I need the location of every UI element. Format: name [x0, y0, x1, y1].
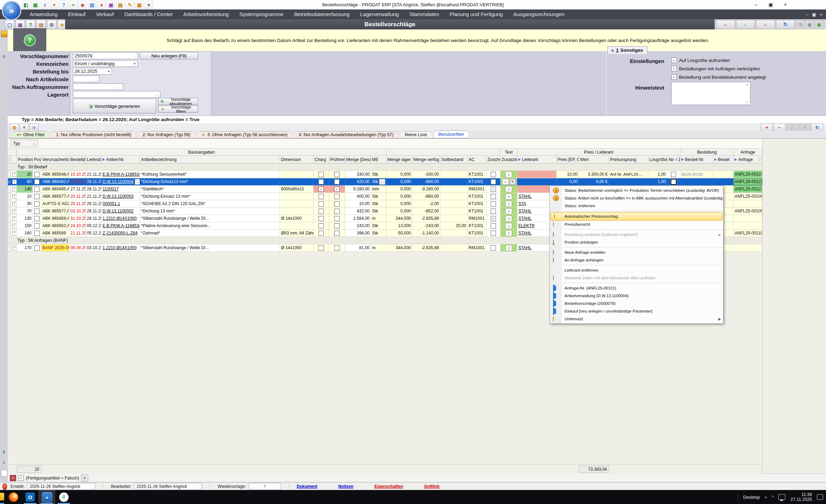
- column-header-bestellnr[interactable]: Bestell-Nr.: [680, 156, 713, 163]
- artikel-link[interactable]: 1.2210 Ø14X1000: [103, 245, 136, 250]
- expand-icon[interactable]: +: [12, 187, 17, 191]
- menu-item-unbenutzt[interactable]: Unbenutzt▶: [550, 315, 723, 323]
- cell-verursacher[interactable]: ABK 865577;ABK 8...: [41, 208, 69, 215]
- artikel-link[interactable]: 1.2210 Ø14X1000: [103, 216, 136, 221]
- menu-item-preis-bersicht[interactable]: Preisübersicht: [550, 220, 723, 228]
- cell-lieferdat[interactable]: 26.11.25: [86, 208, 102, 215]
- column-header-zuschn[interactable]: Zuschn: [486, 156, 500, 163]
- cell-me[interactable]: Stk: [371, 230, 386, 237]
- chevron-down-icon[interactable]: ▼: [133, 62, 136, 65]
- lieferant-link[interactable]: STAHL: [518, 216, 532, 221]
- cell-lieferdat[interactable]: 21.11.25: [86, 171, 102, 178]
- menu-lagerverwaltung[interactable]: Lagerverwaltung: [355, 9, 404, 19]
- cell-position[interactable]: 170: [17, 244, 33, 252]
- lagerort-input[interactable]: …: [73, 91, 160, 98]
- column-header-artikelnr[interactable]: Artikel-Nr.: [102, 156, 140, 163]
- cell-anfrage[interactable]: ANFL25-00119: [734, 230, 762, 237]
- checkbox-icon[interactable]: [334, 216, 340, 221]
- cell-lieferdat[interactable]: 26.11.25: [86, 178, 102, 186]
- cell-charg[interactable]: [314, 208, 329, 215]
- cell-charg[interactable]: [314, 200, 329, 208]
- expand-icon[interactable]: +: [12, 209, 17, 214]
- hinweistext-textarea[interactable]: ▲▼: [671, 82, 750, 105]
- cell-me[interactable]: Stk: [371, 222, 386, 230]
- cell-expand[interactable]: +: [11, 208, 17, 215]
- neu-anlegen-button[interactable]: Neu anlegen (F8): [140, 52, 198, 59]
- lieferant-link[interactable]: STAHL: [518, 245, 532, 250]
- mdi-minimize-icon[interactable]: –: [804, 12, 811, 17]
- artikel-link[interactable]: E.B.PKW.A-1168534-0...: [103, 223, 140, 228]
- cell-me[interactable]: Stk: [371, 208, 386, 215]
- remove-filter-icon[interactable]: ×: [10, 475, 16, 481]
- menu-betriebsdatenerfassung[interactable]: Betriebsdatenerfassung: [289, 9, 355, 19]
- network-icon[interactable]: [778, 494, 785, 500]
- checkbox-icon[interactable]: [318, 201, 324, 206]
- cell-preisursprung[interactable]: [609, 178, 648, 186]
- cell-zuschn[interactable]: [486, 244, 500, 252]
- taskbar-prodat-icon[interactable]: »: [38, 490, 55, 504]
- cell-mengelager[interactable]: 0,000: [386, 178, 412, 186]
- checkbox-icon[interactable]: [318, 172, 324, 177]
- text-note-icon[interactable]: a: [505, 223, 512, 229]
- cell-mengeverfueg[interactable]: -2.835,89: [412, 244, 440, 252]
- checkbox-icon[interactable]: [491, 209, 496, 214]
- clock[interactable]: 11:38 27.11.2025: [790, 492, 812, 502]
- cell-dimension[interactable]: [280, 171, 314, 178]
- cell-posb[interactable]: [33, 193, 41, 200]
- cell-menge[interactable]: 1.584,00: [345, 215, 371, 222]
- chevron-down-icon[interactable]: ▼: [81, 475, 88, 482]
- column-header-wert[interactable]: Wert: [579, 156, 609, 163]
- add-record-icon[interactable]: +: [69, 1, 77, 9]
- cell-pruef[interactable]: [329, 215, 345, 222]
- cell-sollbestand[interactable]: [440, 208, 468, 215]
- cell-ac[interactable]: KT1001: [468, 208, 486, 215]
- help-box[interactable]: ?: [13, 28, 46, 52]
- checkbox-icon[interactable]: [491, 179, 496, 184]
- column-header-mengeverfueg[interactable]: Menge verfüg: [412, 156, 440, 163]
- cell-ac[interactable]: KT1001: [468, 171, 486, 178]
- expand-icon[interactable]: +: [12, 180, 17, 184]
- artikel-link[interactable]: D.W.13.1100004: [103, 179, 134, 184]
- filter-tab-benutzerfilter[interactable]: Benutzerfilter: [433, 131, 470, 138]
- cell-verursacher[interactable]: ABK 865459;ABK 8...: [41, 215, 69, 222]
- cell-bezeichnung[interactable]: *Silberstahl Rundstange / Welle DI...: [140, 244, 280, 252]
- checkbox-icon[interactable]: [334, 179, 340, 184]
- checkbox-icon[interactable]: [34, 194, 40, 199]
- checkbox-icon[interactable]: [334, 172, 340, 177]
- checkbox-icon[interactable]: [34, 209, 40, 214]
- refresh-grid-button[interactable]: ↻: [811, 124, 823, 131]
- cell-menge[interactable]: 420,00: [345, 178, 371, 186]
- cell-bestellnr[interactable]: [680, 178, 713, 186]
- cell-expand[interactable]: +: [11, 200, 17, 208]
- filter-edit-icon[interactable]: ▼: [20, 124, 29, 131]
- cell-verursacher[interactable]: ABK 865589: [41, 230, 69, 237]
- checkbox-icon[interactable]: [334, 194, 340, 199]
- group-row[interactable]: Typ : 30:Bedarf: [8, 163, 762, 171]
- cell-zusatz[interactable]: a▼: [500, 178, 517, 186]
- menu-item-status-entfernen[interactable]: Status: entfernen: [550, 202, 723, 210]
- cell-artikelnr[interactable]: E.B.PKW.A-1168534-0...: [102, 222, 140, 230]
- wiedervorlage-field[interactable]: #: [249, 483, 281, 490]
- column-header-mengelager[interactable]: Menge lager: [386, 156, 412, 163]
- cell-sollbestand[interactable]: [440, 186, 468, 193]
- cell-sollbestand[interactable]: [440, 171, 468, 178]
- menu-einkauf[interactable]: Einkauf: [63, 9, 91, 19]
- column-header-charg[interactable]: Charg: [314, 156, 329, 163]
- nach-artikelcode-input[interactable]: …: [73, 76, 99, 82]
- gear-icon[interactable]: ⚙: [1, 54, 7, 59]
- cell-position[interactable]: 10: [17, 193, 33, 200]
- table-add-icon[interactable]: ▦: [31, 1, 40, 9]
- cell-charg[interactable]: [314, 222, 329, 230]
- column-header-anfrage[interactable]: Anfrage▽: [734, 156, 762, 163]
- menu-verkauf[interactable]: Verkauf: [91, 9, 119, 19]
- cell-sollbestand[interactable]: [440, 193, 468, 200]
- checkbox-icon[interactable]: [318, 179, 324, 184]
- cell-menge[interactable]: 330,00: [345, 171, 371, 178]
- cell-expand[interactable]: +: [11, 186, 17, 193]
- checkbox-icon[interactable]: [334, 201, 340, 206]
- cell-bezeichnung[interactable]: *SCHEIBE A2.2 DIN 125 GAL:ZN*: [140, 200, 280, 208]
- add-row-button[interactable]: +: [761, 124, 773, 131]
- cell-bestelldat[interactable]: 07.08.25: [69, 178, 86, 186]
- cell-verursacher[interactable]: ABK 865577;ABK 8...: [41, 193, 69, 200]
- cell-dimension[interactable]: [280, 200, 314, 208]
